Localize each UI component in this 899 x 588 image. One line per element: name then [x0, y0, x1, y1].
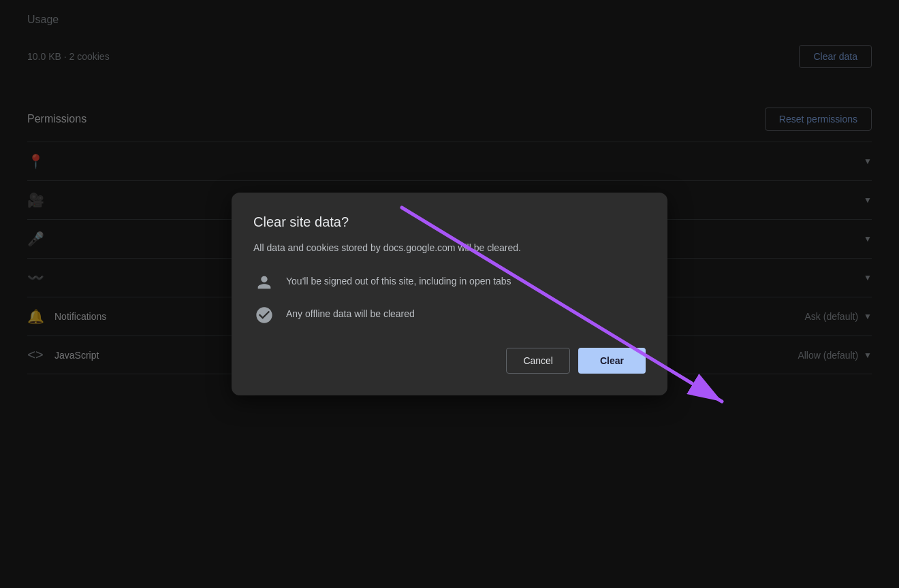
cancel-button[interactable]: Cancel [506, 348, 570, 374]
person-icon [253, 272, 275, 293]
dialog-info-item-offline: Any offline data will be cleared [253, 304, 646, 326]
offline-icon [253, 304, 275, 326]
dialog-info-list: You'll be signed out of this site, inclu… [253, 272, 646, 326]
signout-info-text: You'll be signed out of this site, inclu… [286, 272, 511, 289]
clear-site-data-dialog: Clear site data? All data and cookies st… [232, 193, 667, 395]
offline-info-text: Any offline data will be cleared [286, 304, 415, 321]
dialog-actions: Cancel Clear [253, 348, 646, 374]
dialog-description: All data and cookies stored by docs.goog… [253, 241, 646, 255]
dialog-info-item-signout: You'll be signed out of this site, inclu… [253, 272, 646, 293]
clear-button[interactable]: Clear [578, 348, 646, 374]
dialog-overlay: Clear site data? All data and cookies st… [0, 0, 899, 588]
dialog-title: Clear site data? [253, 214, 646, 230]
page-background: Usage 10.0 KB · 2 cookies Clear data Per… [0, 0, 899, 588]
